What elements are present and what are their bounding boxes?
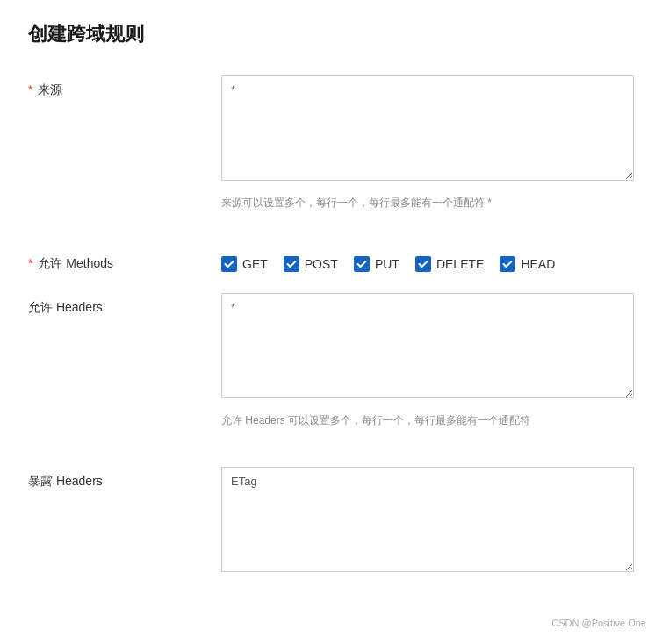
allow-headers-wrapper: 允许 Headers 允许 Headers 可以设置多个，每行一个，每行最多能有… [28,293,634,446]
checkbox-delete-box [415,256,431,272]
methods-section: * 允许 Methods GET [28,249,634,272]
allow-headers-hint: 允许 Headers 可以设置多个，每行一个，每行最多能有一个通配符 [221,413,530,428]
methods-content: GET POST [221,249,634,272]
expose-headers-textarea[interactable]: ETag [221,467,634,572]
checkbox-put-box [354,256,370,272]
page-title: 创建跨域规则 [28,21,634,47]
checkbox-head-label: HEAD [521,257,555,271]
source-hint: 来源可以设置多个，每行一个，每行最多能有一个通配符 * [221,196,492,211]
checkbox-post-label: POST [305,257,338,271]
methods-row: GET POST [221,249,634,272]
methods-label: * 允许 Methods [28,249,221,272]
allow-headers-section: 允许 Headers [28,293,634,401]
page-container: 创建跨域规则 * 来源 来源可以设置多个，每行一个，每行最多能有一个通配符 * … [0,0,662,603]
source-content [221,75,634,183]
allow-headers-textarea[interactable] [221,293,634,398]
allow-headers-content [221,293,634,401]
required-star: * [28,82,32,97]
source-label: * 来源 [28,75,221,98]
expose-headers-label: 暴露 Headers [28,467,221,490]
checkbox-post[interactable]: POST [284,256,338,272]
checkbox-delete-label: DELETE [436,257,484,271]
allow-headers-label: 允许 Headers [28,293,221,316]
expose-headers-section: 暴露 Headers ETag [28,467,634,575]
source-textarea[interactable] [221,75,634,181]
checkbox-delete[interactable]: DELETE [415,256,484,272]
source-section: * 来源 [28,75,634,183]
checkbox-put[interactable]: PUT [354,256,399,272]
checkbox-get-box [221,256,237,272]
checkbox-head-box [500,256,515,272]
checkbox-get[interactable]: GET [221,256,268,272]
checkbox-put-label: PUT [375,257,399,271]
checkbox-get-label: GET [242,257,268,271]
required-star-methods: * [28,256,32,270]
expose-headers-content: ETag [221,467,634,575]
checkbox-head[interactable]: HEAD [500,256,555,272]
checkbox-post-box [284,256,299,272]
